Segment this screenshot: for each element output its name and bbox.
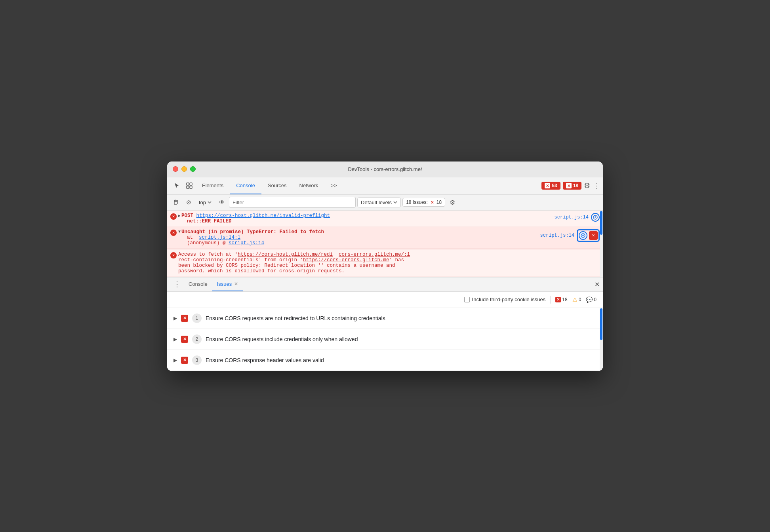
entry-2-triangle[interactable]: ▼ — [178, 230, 181, 234]
tab-console[interactable]: Console — [230, 177, 261, 194]
third-party-checkbox-label[interactable]: Include third-party cookie issues — [464, 296, 546, 302]
issues-badge[interactable]: 18 Issues: ✕ 18 — [402, 198, 445, 207]
entry-3-line4: password, which is disallowed for cross-… — [178, 268, 600, 274]
entry-1-right: script.js:14 — [555, 213, 600, 222]
entry-2-sub1: at script.js:14:1 — [187, 235, 537, 240]
error-circle-2: ✕ — [170, 230, 177, 236]
close-button[interactable] — [173, 166, 178, 172]
entry-3-line3: been blocked by CORS policy: Redirect lo… — [178, 263, 600, 268]
issue-3-expand-icon[interactable]: ▶ — [173, 357, 177, 363]
entry-3-line2: rect-containing-credentials' from origin… — [178, 257, 600, 263]
entry-1-url[interactable]: https://cors-host.glitch.me/invalid-pref… — [196, 213, 330, 218]
warning-x-icon: ✕ — [566, 183, 572, 188]
console-output: ✕ ▶ POST https://cors-host.glitch.me/inv… — [167, 211, 603, 277]
cursor-icon[interactable] — [170, 179, 183, 192]
entry-2-main-text: Uncaught (in promise) TypeError: Failed … — [181, 229, 324, 235]
title-bar: DevTools - cors-errors.glitch.me/ — [167, 162, 603, 177]
tab-sources[interactable]: Sources — [261, 177, 293, 194]
eye-icon[interactable]: 👁 — [216, 197, 227, 208]
console-scrollbar-thumb[interactable] — [600, 211, 602, 235]
entry-3-text2: rect-containing-credentials' from origin… — [178, 257, 303, 263]
window-title: DevTools - cors-errors.glitch.me/ — [348, 166, 422, 172]
svg-rect-3 — [190, 186, 192, 188]
log-levels-dropdown[interactable]: Default levels — [357, 198, 401, 207]
issue-1-expand-icon[interactable]: ▶ — [173, 315, 177, 321]
issue-1-number: 1 — [192, 314, 202, 323]
entry-1-error-text: net::ERR_FAILED — [187, 218, 232, 224]
bottom-menu-icon[interactable]: ⋮ — [170, 280, 184, 289]
entry-2-close-icon[interactable]: ✕ — [589, 231, 598, 240]
svg-marker-4 — [174, 200, 177, 204]
issue-3-text: Ensure CORS response header values are v… — [206, 357, 324, 363]
entry-2-nav-icon[interactable] — [579, 231, 587, 240]
issue-1-error-icon: ✕ — [181, 315, 188, 322]
bottom-tab-console[interactable]: Console — [184, 277, 212, 291]
issue-2-error-icon: ✕ — [181, 336, 188, 343]
issue-2-number: 2 — [192, 334, 202, 344]
context-selector[interactable]: top — [196, 198, 215, 207]
clear-console-button[interactable] — [170, 197, 181, 208]
issues-scrollbar[interactable] — [600, 308, 603, 371]
tab-network[interactable]: Network — [293, 177, 325, 194]
issues-warn-icon: ⚠ — [572, 296, 578, 303]
log-levels-label: Default levels — [361, 200, 392, 205]
tab-more[interactable]: >> — [324, 177, 343, 194]
issues-msg-num: 0 — [594, 297, 597, 302]
svg-rect-2 — [187, 186, 189, 188]
console-entry-3: ✕ Access to fetch at 'https://cors-host.… — [167, 249, 603, 277]
context-label: top — [199, 200, 206, 205]
issue-2-expand-icon[interactable]: ▶ — [173, 336, 177, 342]
third-party-checkbox[interactable] — [464, 297, 470, 302]
entry-3-url2: cors-errors.glitch.me/:1 — [339, 252, 410, 257]
entry-1-script-link[interactable]: script.js:14 — [555, 215, 589, 220]
entry-2-error-icon: ✕ — [170, 229, 178, 236]
entry-1-content: ▶ POST https://cors-host.glitch.me/inval… — [178, 213, 551, 224]
warning-count-badge[interactable]: ✕ 18 — [563, 182, 581, 190]
issues-tab-close[interactable]: ✕ — [234, 281, 238, 287]
entry-2-script-at-link[interactable]: script.js:14:1 — [199, 235, 240, 240]
devtools-panel: Elements Console Sources Network >> ✕ 53… — [167, 177, 603, 371]
error-count-badge[interactable]: ✕ 53 — [541, 182, 560, 190]
console-settings-icon[interactable]: ⚙ — [447, 197, 458, 208]
issue-3-error-icon: ✕ — [181, 357, 188, 364]
issue-item-2[interactable]: ▶ ✕ 2 Ensure CORS requests include crede… — [167, 329, 603, 350]
entry-1-line2: net::ERR_FAILED — [187, 218, 551, 224]
entry-2-right: script.js:14 ✕ — [540, 229, 600, 242]
ban-icon[interactable]: ⊘ — [183, 197, 194, 208]
entry-3-text4: password, which is disallowed for cross-… — [178, 268, 345, 274]
inspect-icon[interactable] — [183, 179, 196, 192]
entry-2-anon-link[interactable]: script.js:14 — [229, 240, 264, 246]
tab-nav: Elements Console Sources Network >> — [196, 177, 541, 194]
settings-icon[interactable]: ⚙ — [584, 181, 590, 190]
entry-2-at-text: at — [187, 235, 196, 240]
entry-1-line1: ▶ POST https://cors-host.glitch.me/inval… — [178, 213, 551, 218]
entry-2-highlight-box: ✕ — [577, 229, 600, 242]
console-output-area: ✕ ▶ POST https://cors-host.glitch.me/inv… — [167, 211, 603, 371]
issue-item-1[interactable]: ▶ ✕ 1 Ensure CORS requests are not redir… — [167, 308, 603, 329]
minimize-button[interactable] — [181, 166, 187, 172]
more-options-icon[interactable]: ⋮ — [593, 181, 600, 190]
console-toolbar: ⊘ top 👁 Default levels 18 Issues: ✕ 18 ⚙ — [167, 195, 603, 211]
issues-scrollbar-thumb[interactable] — [600, 308, 602, 340]
error-circle-3: ✕ — [170, 252, 177, 258]
entry-3-text3: been blocked by CORS policy: Redirect lo… — [178, 263, 395, 268]
entry-2-anon-text: (anonymous) @ — [187, 240, 229, 246]
entry-2-script-link[interactable]: script.js:14 — [540, 233, 574, 238]
issues-error-icon: ✕ — [429, 200, 435, 205]
tab-elements[interactable]: Elements — [196, 177, 230, 194]
entry-1-triangle[interactable]: ▶ — [178, 213, 181, 218]
console-scrollbar[interactable] — [600, 211, 603, 277]
entry-3-text-start: Access to fetch at ' — [178, 252, 238, 257]
issues-tab-label: Issues — [217, 281, 232, 287]
entry-1-nav-icon[interactable] — [591, 213, 600, 222]
bottom-tab-issues[interactable]: Issues ✕ — [212, 277, 243, 291]
console-entry-1: ✕ ▶ POST https://cors-host.glitch.me/inv… — [167, 211, 603, 227]
entry-2-line1: ▼ Uncaught (in promise) TypeError: Faile… — [178, 229, 537, 235]
bottom-close-button[interactable]: ✕ — [595, 281, 600, 288]
error-count: 53 — [552, 183, 557, 188]
error-circle-1: ✕ — [170, 213, 177, 220]
maximize-button[interactable] — [190, 166, 196, 172]
filter-input[interactable] — [229, 197, 356, 208]
issue-1-text: Ensure CORS requests are not redirected … — [206, 315, 385, 321]
issue-item-3[interactable]: ▶ ✕ 3 Ensure CORS response header values… — [167, 350, 603, 371]
